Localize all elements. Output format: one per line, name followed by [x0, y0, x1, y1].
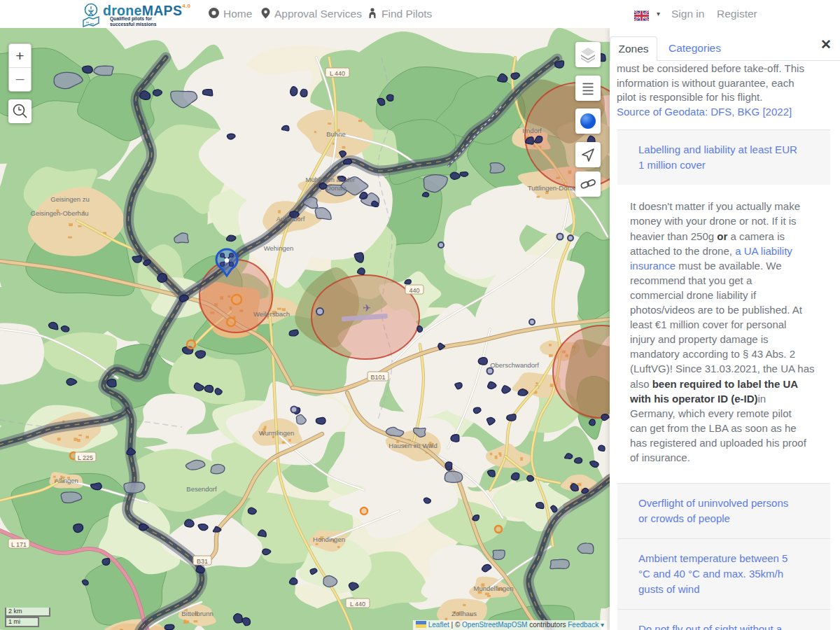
- svg-text:L 171: L 171: [11, 541, 27, 548]
- svg-text:Buhne: Buhne: [326, 130, 345, 138]
- svg-text:Hausen im Wald: Hausen im Wald: [388, 442, 437, 449]
- svg-text:L 440: L 440: [350, 601, 365, 608]
- svg-text:Zollhaus: Zollhaus: [451, 610, 477, 617]
- svg-text:Besendorf: Besendorf: [186, 485, 217, 493]
- svg-text:Irndorf: Irndorf: [522, 127, 542, 134]
- svg-text:Hondingen: Hondingen: [313, 536, 345, 543]
- svg-text:Bittelbrunn: Bittelbrunn: [181, 610, 213, 617]
- svg-text:✈: ✈: [363, 302, 371, 314]
- svg-text:B101: B101: [370, 374, 385, 381]
- svg-text:Allingen: Allingen: [55, 477, 78, 484]
- svg-text:Geisingen zu: Geisingen zu: [50, 195, 89, 203]
- svg-text:L 225: L 225: [78, 454, 93, 461]
- svg-text:Wurmlingen: Wurmlingen: [259, 429, 295, 437]
- svg-text:Aulendorf: Aulendorf: [276, 215, 305, 223]
- svg-text:L 440: L 440: [330, 70, 345, 77]
- svg-text:Weilersbach: Weilersbach: [253, 310, 290, 318]
- svg-text:Mühlheim an der: Mühlheim an der: [306, 176, 356, 183]
- svg-text:Mundelfingen: Mundelfingen: [473, 584, 513, 592]
- svg-text:Oberschwandorf: Oberschwandorf: [490, 361, 539, 369]
- svg-text:Donau: Donau: [326, 184, 346, 192]
- svg-text:Tuttlingen-Donau: Tuttlingen-Donau: [528, 184, 579, 192]
- svg-text:Geisingen-Oberhau: Geisingen-Oberhau: [31, 209, 89, 217]
- svg-text:440: 440: [409, 287, 419, 294]
- svg-text:Wehingen: Wehingen: [264, 244, 294, 252]
- svg-text:B31: B31: [197, 558, 208, 565]
